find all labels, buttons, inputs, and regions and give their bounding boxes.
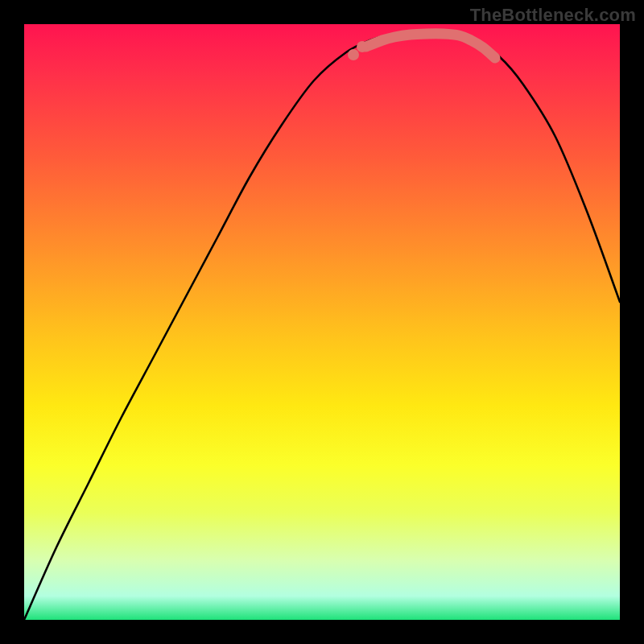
- bottleneck-curve: [24, 33, 620, 620]
- highlight-dot: [357, 41, 368, 52]
- chart-svg: [24, 24, 620, 620]
- highlight-dots: [348, 41, 368, 60]
- highlight-dot: [348, 49, 359, 60]
- highlight-segment: [366, 34, 495, 58]
- watermark-text: TheBottleneck.com: [470, 5, 636, 26]
